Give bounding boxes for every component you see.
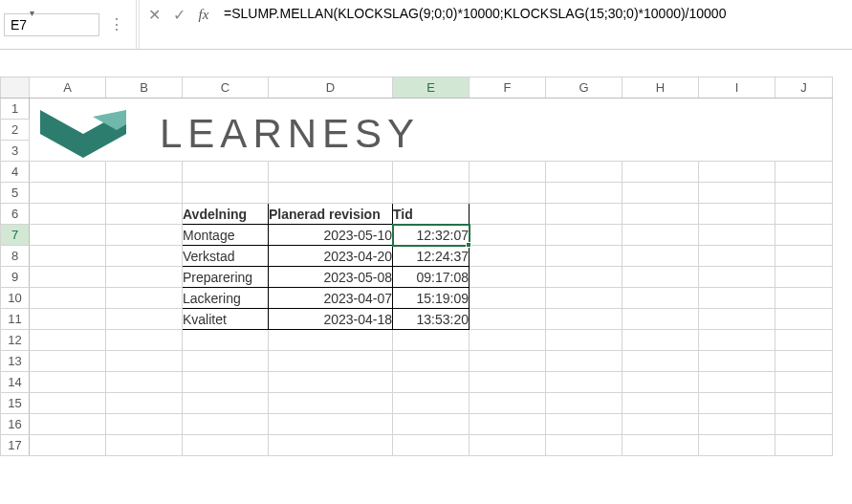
cell[interactable] (30, 393, 106, 414)
row-header-12[interactable]: 12 (1, 330, 30, 351)
cell[interactable] (699, 414, 776, 435)
cell[interactable] (623, 393, 699, 414)
cell[interactable] (393, 435, 470, 456)
table-header-tid[interactable]: Tid (393, 204, 470, 225)
col-header-F[interactable]: F (470, 77, 546, 99)
cell[interactable] (776, 246, 833, 267)
cell[interactable] (623, 288, 699, 309)
table-row[interactable]: 13:53:20 (393, 309, 470, 330)
cell[interactable] (30, 414, 106, 435)
cell[interactable] (699, 183, 776, 204)
cell[interactable] (699, 372, 776, 393)
cell[interactable] (393, 393, 470, 414)
cell[interactable] (393, 414, 470, 435)
cell[interactable] (106, 309, 183, 330)
cell[interactable] (776, 288, 833, 309)
cell[interactable] (623, 204, 699, 225)
cell[interactable] (30, 435, 106, 456)
cell[interactable] (106, 267, 183, 288)
table-row[interactable]: Verkstad (183, 246, 269, 267)
cell[interactable] (106, 414, 183, 435)
cell[interactable] (106, 435, 183, 456)
cell[interactable] (470, 162, 546, 183)
cell[interactable] (776, 330, 833, 351)
cell[interactable] (546, 183, 623, 204)
cell[interactable] (546, 435, 623, 456)
row-header-1[interactable]: 1 (1, 99, 30, 120)
table-row[interactable]: Preparering (183, 267, 269, 288)
cell[interactable] (106, 246, 183, 267)
cell[interactable] (470, 393, 546, 414)
cell[interactable] (776, 162, 833, 183)
row-header-14[interactable]: 14 (1, 372, 30, 393)
cell[interactable] (546, 288, 623, 309)
row-header-5[interactable]: 5 (1, 183, 30, 204)
cell[interactable] (183, 183, 269, 204)
cell[interactable] (776, 351, 833, 372)
table-row[interactable]: 2023-04-20 (269, 246, 393, 267)
col-header-J[interactable]: J (776, 77, 833, 99)
cell[interactable] (623, 246, 699, 267)
cell[interactable] (470, 414, 546, 435)
row-header-2[interactable]: 2 (1, 120, 30, 141)
col-header-A[interactable]: A (30, 77, 106, 99)
table-row[interactable]: Montage (183, 225, 269, 246)
cell[interactable] (30, 372, 106, 393)
cell[interactable] (699, 288, 776, 309)
cell[interactable] (106, 204, 183, 225)
cell[interactable] (269, 351, 393, 372)
cell[interactable] (106, 330, 183, 351)
confirm-icon[interactable]: ✓ (166, 2, 191, 27)
cell[interactable] (183, 393, 269, 414)
cell[interactable] (546, 225, 623, 246)
cell[interactable] (30, 204, 106, 225)
cell[interactable] (699, 309, 776, 330)
cell[interactable] (699, 267, 776, 288)
cell[interactable] (106, 372, 183, 393)
cell[interactable] (183, 351, 269, 372)
cell[interactable] (269, 162, 393, 183)
cell[interactable] (183, 330, 269, 351)
cell[interactable] (269, 393, 393, 414)
cell[interactable] (546, 309, 623, 330)
cell[interactable] (776, 414, 833, 435)
cell[interactable] (393, 351, 470, 372)
cell[interactable] (106, 288, 183, 309)
cell[interactable] (699, 225, 776, 246)
cell[interactable] (183, 435, 269, 456)
table-row[interactable]: 2023-05-08 (269, 267, 393, 288)
cell[interactable] (623, 267, 699, 288)
table-row[interactable]: 09:17:08 (393, 267, 470, 288)
cell[interactable] (623, 225, 699, 246)
cell[interactable] (393, 162, 470, 183)
row-header-16[interactable]: 16 (1, 414, 30, 435)
cell[interactable] (106, 162, 183, 183)
table-row[interactable]: 2023-05-10 (269, 225, 393, 246)
cell[interactable] (699, 204, 776, 225)
cell[interactable] (546, 393, 623, 414)
cell[interactable] (470, 183, 546, 204)
cell[interactable] (546, 414, 623, 435)
cell[interactable] (699, 330, 776, 351)
row-header-9[interactable]: 9 (1, 267, 30, 288)
col-header-B[interactable]: B (106, 77, 183, 99)
formula-input[interactable] (216, 2, 852, 25)
name-box[interactable] (4, 13, 99, 36)
cell[interactable] (776, 183, 833, 204)
table-header-planerad[interactable]: Planerad revision (269, 204, 393, 225)
cell[interactable] (470, 435, 546, 456)
cell[interactable] (269, 183, 393, 204)
cell[interactable] (30, 288, 106, 309)
select-all-corner[interactable] (1, 77, 30, 99)
row-header-4[interactable]: 4 (1, 162, 30, 183)
cell[interactable] (470, 309, 546, 330)
cell[interactable] (106, 183, 183, 204)
cell[interactable] (699, 162, 776, 183)
row-header-11[interactable]: 11 (1, 309, 30, 330)
cell[interactable] (183, 372, 269, 393)
cell[interactable] (30, 162, 106, 183)
cell[interactable] (30, 225, 106, 246)
cell[interactable] (776, 309, 833, 330)
cell[interactable] (470, 246, 546, 267)
row-header-13[interactable]: 13 (1, 351, 30, 372)
